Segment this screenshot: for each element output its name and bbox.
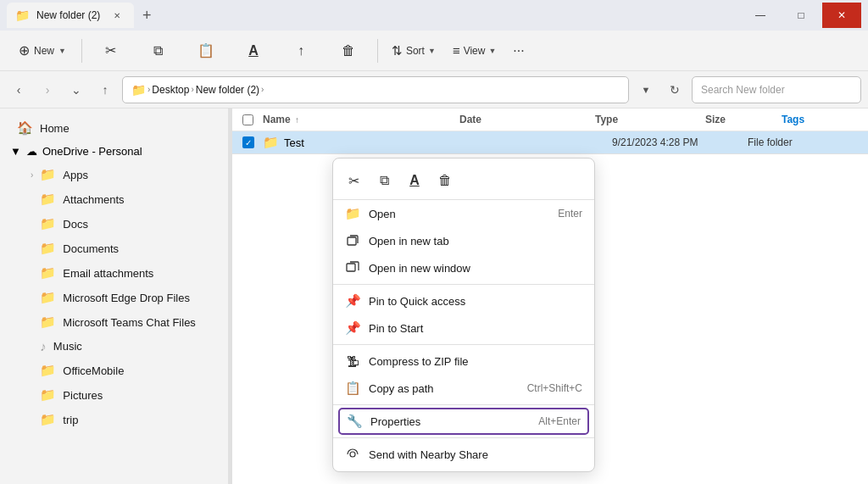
ctx-pin-quick-label: Pin to Quick access [369, 295, 582, 308]
sidebar-item-edge-drop[interactable]: › 📁 Microsoft Edge Drop Files [17, 286, 225, 309]
title-bar: 📁 New folder (2) ✕ + — □ ✕ [0, 0, 868, 31]
ctx-pin-start[interactable]: 📌 Pin to Start [333, 314, 594, 342]
view-dropdown-arrow: ▼ [488, 47, 496, 55]
refresh-button[interactable]: ↻ [663, 78, 687, 102]
pictures-label: Pictures [63, 389, 103, 402]
sidebar-item-docs[interactable]: › 📁 Docs [17, 212, 225, 236]
sort-arrow-name: ↑ [295, 115, 299, 125]
sidebar: 🏠 Home ▼ ☁ OneDrive - Personal › 📁 Apps … [0, 108, 229, 484]
active-tab[interactable]: 📁 New folder (2) ✕ [7, 3, 134, 28]
column-tags-header[interactable]: Tags [782, 114, 858, 125]
sidebar-item-home[interactable]: 🏠 Home [3, 116, 225, 140]
ctx-rename-button[interactable]: A [401, 167, 428, 194]
ctx-copy-path-shortcut: Ctrl+Shift+C [527, 382, 582, 394]
forward-button[interactable]: › [36, 78, 59, 102]
folder-icon-attachments: 📁 [40, 192, 56, 207]
row-name-label: Test [284, 136, 304, 149]
back-button[interactable]: ‹ [7, 78, 31, 102]
rename-button[interactable]: A [231, 34, 275, 68]
delete-button[interactable]: 🗑 [326, 34, 370, 68]
ctx-pin-start-label: Pin to Start [369, 322, 582, 335]
ctx-copy-button[interactable]: ⧉ [370, 167, 398, 194]
copy-button[interactable]: ⧉ [136, 34, 181, 68]
select-all-checkbox[interactable] [242, 114, 263, 125]
toolbar-divider-2 [377, 39, 378, 63]
music-label: Music [53, 340, 82, 353]
sidebar-item-trip[interactable]: › 📁 trip [17, 408, 225, 431]
sidebar-item-music[interactable]: › ♪ Music [17, 335, 225, 358]
ctx-compress-icon: 🗜 [345, 353, 360, 369]
home-label: Home [40, 122, 70, 135]
search-box[interactable]: Search New folder [692, 76, 861, 103]
checkbox-checked-icon: ✓ [242, 136, 254, 148]
sort-label: Sort [406, 45, 425, 57]
column-type-header[interactable]: Type [595, 114, 705, 125]
close-window-button[interactable]: ✕ [822, 3, 861, 28]
new-icon: ⊕ [19, 42, 30, 58]
minimize-button[interactable]: — [741, 3, 780, 28]
tab-folder-icon: 📁 [15, 8, 30, 22]
column-date-header[interactable]: Date [459, 114, 595, 125]
column-name-header[interactable]: Name ↑ [263, 114, 459, 125]
more-options-button[interactable]: ··· [506, 38, 531, 64]
table-row[interactable]: ✓ 📁 Test 9/21/2023 4:28 PM File folder [232, 131, 868, 154]
ctx-copy-path[interactable]: 📋 Copy as path Ctrl+Shift+C [333, 375, 594, 402]
delete-icon: 🗑 [342, 43, 355, 58]
sidebar-item-attachments[interactable]: › 📁 Attachments [17, 187, 225, 211]
ctx-pin-start-icon: 📌 [345, 320, 360, 336]
sidebar-item-onedrive[interactable]: ▼ ☁ OneDrive - Personal [3, 141, 225, 162]
ctx-nearby-share[interactable]: Send with Nearby Share [333, 441, 594, 468]
ctx-open[interactable]: 📁 Open Enter [333, 200, 594, 227]
sidebar-item-email-attachments[interactable]: › 📁 Email attachments [17, 261, 225, 285]
ctx-open-new-tab[interactable]: Open in new tab [333, 227, 594, 254]
recent-locations-button[interactable]: ⌄ [64, 78, 88, 102]
ctx-copy-path-icon: 📋 [345, 381, 360, 396]
officemobile-label: OfficeMobile [63, 364, 124, 377]
sort-button[interactable]: ⇅ Sort ▼ [385, 36, 442, 66]
onedrive-cloud-icon: ☁ [26, 145, 37, 158]
ctx-separator-4 [333, 437, 594, 438]
paste-button[interactable]: 📋 [184, 34, 228, 68]
ctx-pin-quick[interactable]: 📌 Pin to Quick access [333, 287, 594, 314]
share-button[interactable]: ↑ [279, 34, 323, 68]
ctx-open-new-window[interactable]: Open in new window [333, 254, 594, 281]
sidebar-item-officemobile[interactable]: › 📁 OfficeMobile [17, 359, 225, 382]
ctx-new-window-icon [345, 260, 360, 275]
sort-icon: ⇅ [392, 43, 403, 58]
documents-label: Documents [63, 242, 119, 255]
row-date-cell: 9/21/2023 4:28 PM [612, 136, 748, 148]
ctx-compress-label: Compress to ZIP file [369, 355, 582, 368]
rename-icon: A [248, 43, 259, 58]
ctx-new-tab-icon [345, 233, 360, 248]
search-placeholder: Search New folder [701, 84, 785, 96]
up-button[interactable]: ↑ [93, 78, 117, 102]
maximize-button[interactable]: □ [782, 3, 821, 28]
sidebar-item-teams[interactable]: › 📁 Microsoft Teams Chat Files [17, 310, 225, 334]
sidebar-item-documents[interactable]: › 📁 Documents [17, 236, 225, 260]
sidebar-item-apps[interactable]: › 📁 Apps [17, 163, 225, 186]
ctx-cut-button[interactable]: ✂ [340, 167, 367, 194]
ctx-open-label: Open [369, 208, 549, 220]
close-tab-button[interactable]: ✕ [110, 8, 124, 22]
onedrive-children: › 📁 Apps › 📁 Attachments › 📁 Docs › 📁 Do… [0, 163, 228, 431]
view-button[interactable]: ≡ View ▼ [446, 36, 503, 66]
column-size-header[interactable]: Size [705, 114, 782, 125]
new-tab-button[interactable]: + [134, 3, 159, 28]
address-dropdown-button[interactable]: ▼ [634, 78, 658, 102]
ctx-properties[interactable]: 🔧 Properties Alt+Enter [338, 408, 589, 435]
ctx-compress[interactable]: 🗜 Compress to ZIP file [333, 348, 594, 375]
address-path[interactable]: 📁 › Desktop › New folder (2) › [122, 76, 629, 103]
folder-icon-office: 📁 [40, 363, 56, 378]
view-label: View [464, 45, 486, 57]
new-button[interactable]: ⊕ New ▼ [10, 34, 75, 68]
expand-icon-apps: › [31, 170, 33, 180]
svg-rect-1 [347, 264, 355, 271]
tab-title: New folder (2) [36, 9, 100, 21]
folder-icon-documents: 📁 [40, 241, 56, 256]
cut-button[interactable]: ✂ [89, 34, 133, 68]
row-checkbox-cell[interactable]: ✓ [242, 136, 263, 148]
select-all-input[interactable] [242, 114, 253, 125]
sidebar-item-pictures[interactable]: › 📁 Pictures [17, 383, 225, 407]
ctx-properties-icon: 🔧 [347, 414, 362, 429]
ctx-delete-button[interactable]: 🗑 [431, 167, 459, 194]
